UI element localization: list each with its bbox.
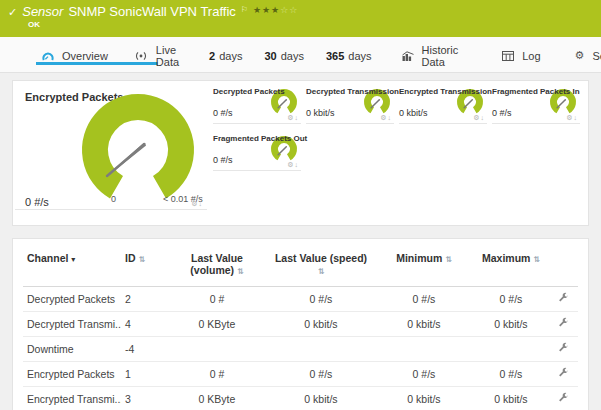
- gauge-current-value: 0 #/s: [213, 108, 233, 118]
- cell-maximum: 0 kbit/s: [473, 312, 549, 337]
- cell-channel: Decrypted Packets: [23, 287, 121, 312]
- sort-icon: ⇅: [138, 255, 145, 264]
- sort-desc-icon: ▾: [71, 255, 75, 264]
- table-row[interactable]: Decrypted Packets 2 0 # 0 #/s 0 #/s 0 #/…: [23, 287, 578, 312]
- tab-label: Log: [522, 50, 540, 62]
- cell-volume: 0 KByte: [167, 387, 267, 410]
- tab-strong: 2: [209, 50, 215, 62]
- download-icon[interactable]: ↓: [199, 200, 204, 207]
- wrench-icon[interactable]: [558, 342, 569, 355]
- table-row[interactable]: Decrypted Transmi... 4 0 KByte 0 kbit/s …: [23, 312, 578, 337]
- chart-icon: [402, 51, 414, 61]
- divider: [492, 123, 580, 124]
- cell-minimum: 0 #/s: [375, 287, 473, 312]
- table-row[interactable]: Downtime -4: [23, 337, 578, 362]
- cell-minimum: [375, 337, 473, 362]
- col-header-minimum[interactable]: Minimum ⇅: [375, 243, 473, 287]
- col-header-maximum[interactable]: Maximum ⇅: [473, 243, 549, 287]
- download-icon[interactable]: ↓: [481, 114, 486, 121]
- gear-icon[interactable]: ⚙: [473, 114, 480, 121]
- sensor-kind-label: Sensor: [22, 4, 63, 19]
- gear-icon[interactable]: ⚙: [380, 114, 387, 121]
- col-header-channel[interactable]: Channel ▾: [23, 243, 121, 287]
- gear-icon[interactable]: ⚙: [287, 114, 294, 121]
- gauge-card-fragmented-packets-in: Fragmented Packets In 0 #/s ⚙↓: [492, 85, 580, 127]
- page-title: SNMP SonicWall VPN Traffic: [68, 4, 235, 19]
- gauges-panel: Encrypted Packets 0 < 0.01 #/s 0 #/s ⚙↓ …: [12, 80, 589, 226]
- gauge-title: Decrypted Transmission: [306, 87, 399, 96]
- gauge-title: Fragmented Packets Out: [213, 134, 307, 143]
- download-icon[interactable]: ↓: [388, 114, 393, 121]
- cell-channel: Downtime: [23, 337, 121, 362]
- tab-label: Settings: [592, 50, 601, 62]
- col-header-last-value-speed[interactable]: Last Value (speed) ⇅: [267, 243, 375, 287]
- cell-minimum: 0 kbit/s: [375, 312, 473, 337]
- tab-30-days[interactable]: 30 days: [264, 37, 304, 72]
- cell-id: 4: [121, 312, 167, 337]
- tab-365-days[interactable]: 365 days: [326, 37, 372, 72]
- col-header-actions: [549, 243, 578, 287]
- tab-label: Overview: [62, 50, 108, 62]
- cell-channel: Encrypted Packets: [23, 362, 121, 387]
- table-row[interactable]: Encrypted Transmi... 3 0 KByte 0 kbit/s …: [23, 387, 578, 410]
- cell-minimum: 0 kbit/s: [375, 387, 473, 410]
- gauge-current-value: 0 #/s: [25, 196, 49, 208]
- cell-maximum: 0 kbit/s: [473, 387, 549, 410]
- gauge-current-value: 0 #/s: [492, 108, 512, 118]
- download-icon[interactable]: ↓: [295, 114, 300, 121]
- cell-maximum: 0 #/s: [473, 287, 549, 312]
- tab-label: Live Data: [156, 44, 179, 68]
- tab-historic-data[interactable]: Historic Data: [402, 37, 459, 72]
- gauge-title: Fragmented Packets In: [492, 87, 580, 96]
- gauge-min-label: 0: [111, 194, 116, 204]
- gauge-title: Encrypted Transmission: [399, 87, 492, 96]
- tab-2-days[interactable]: 2 days: [209, 37, 242, 72]
- gauge-current-value: 0 kbit/s: [306, 108, 335, 118]
- tab-settings[interactable]: ⚙ Settings: [575, 37, 601, 72]
- gear-icon[interactable]: ⚙: [191, 200, 198, 207]
- wrench-icon[interactable]: [558, 292, 569, 305]
- sort-icon: ⇅: [318, 267, 325, 276]
- tab-label: days: [281, 50, 304, 62]
- download-icon[interactable]: ↓: [295, 161, 300, 168]
- gear-icon[interactable]: ⚙: [287, 161, 294, 168]
- cell-channel: Decrypted Transmi...: [23, 312, 121, 337]
- cell-id: 1: [121, 362, 167, 387]
- priority-stars[interactable]: ★★★☆☆: [253, 5, 298, 15]
- wrench-icon[interactable]: [558, 317, 569, 330]
- divider: [213, 123, 301, 124]
- wrench-icon[interactable]: [558, 392, 569, 405]
- tab-live-data[interactable]: Live Data: [134, 37, 179, 72]
- gauge-current-value: 0 #/s: [213, 155, 233, 165]
- small-gauges-grid: Decrypted Packets 0 #/s ⚙↓ Decrypted Tra…: [209, 81, 588, 225]
- download-icon[interactable]: ↓: [574, 114, 579, 121]
- log-icon: [502, 51, 514, 61]
- table-row[interactable]: Encrypted Packets 1 0 # 0 #/s 0 #/s 0 #/…: [23, 362, 578, 387]
- cell-id: 2: [121, 287, 167, 312]
- sort-icon: ⇅: [237, 267, 244, 276]
- divider: [399, 123, 487, 124]
- tab-strong: 365: [326, 50, 344, 62]
- cell-speed: [267, 337, 375, 362]
- flag-icon[interactable]: ⚐: [241, 5, 248, 14]
- status-check-icon: ✓: [8, 6, 17, 19]
- gauge-card-fragmented-packets-out: Fragmented Packets Out 0 #/s ⚙↓: [213, 132, 301, 174]
- gauge-current-value: 0 kbit/s: [399, 108, 428, 118]
- gauge-icon: [42, 51, 54, 61]
- gauge-card-encrypted-packets: Encrypted Packets 0 < 0.01 #/s 0 #/s ⚙↓: [13, 81, 209, 225]
- channels-panel: Channel ▾ ID ⇅ Last Value (volume) ⇅ Las…: [12, 238, 589, 410]
- wrench-icon[interactable]: [558, 367, 569, 380]
- col-header-id[interactable]: ID ⇅: [121, 243, 167, 287]
- tab-label: days: [219, 50, 242, 62]
- gauge-card-decrypted-transmission: Decrypted Transmission 0 kbit/s ⚙↓: [306, 85, 394, 127]
- col-header-last-value-volume[interactable]: Last Value (volume) ⇅: [167, 243, 267, 287]
- gear-icon[interactable]: ⚙: [566, 114, 573, 121]
- cell-volume: 0 #: [167, 362, 267, 387]
- divider: [213, 170, 301, 171]
- tab-overview[interactable]: Overview: [42, 37, 108, 72]
- divider: [306, 123, 394, 124]
- cell-maximum: 0 #/s: [473, 362, 549, 387]
- tab-strong: 30: [264, 50, 276, 62]
- tab-log[interactable]: Log: [502, 37, 540, 72]
- cell-minimum: 0 #/s: [375, 362, 473, 387]
